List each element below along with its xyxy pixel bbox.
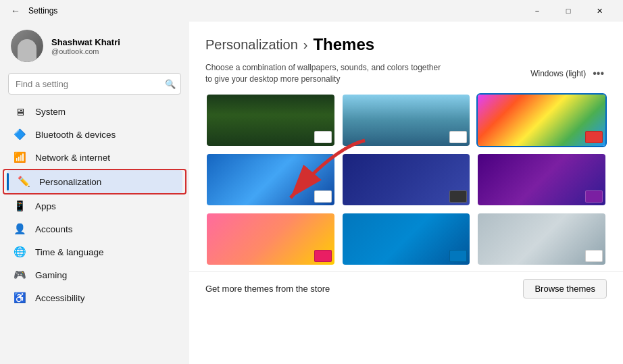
accessibility-icon: ♿ — [14, 292, 26, 304]
sidebar-item-system[interactable]: 🖥 System — [3, 100, 186, 123]
avatar-image — [11, 30, 43, 62]
theme-card-bg — [207, 213, 334, 265]
theme-card-bg — [478, 154, 605, 205]
system-icon: 🖥 — [14, 105, 26, 118]
content-area: Personalization › Themes Choose a combin… — [189, 22, 623, 364]
browse-themes-button[interactable]: Browse themes — [523, 279, 607, 298]
theme-card-win11-blue[interactable]: Windows (dark), 1 images — [205, 153, 336, 207]
app-title: Settings — [28, 6, 57, 16]
sidebar-item-label: Accessibility — [35, 293, 85, 303]
bluetooth-icon: 🔷 — [14, 128, 26, 140]
titlebar-left: ← Settings — [8, 3, 57, 19]
accounts-icon: 👤 — [14, 223, 26, 235]
sidebar-item-accessibility[interactable]: ♿ Accessibility — [3, 286, 186, 309]
time-icon: 🌐 — [14, 246, 26, 258]
sidebar-item-label: System — [35, 107, 66, 117]
sidebar-item-gaming[interactable]: 🎮 Gaming — [3, 263, 186, 286]
more-options-button[interactable]: ••• — [590, 66, 607, 81]
current-theme-area: Windows (light) ••• — [530, 66, 607, 81]
app-body: Shashwat Khatri @outlook.com 🔍 🖥 System … — [0, 22, 623, 364]
page-header: Personalization › Themes — [189, 22, 623, 59]
breadcrumb-separator: › — [303, 37, 308, 53]
theme-card-bg — [478, 95, 605, 146]
sidebar-item-accounts[interactable]: 👤 Accounts — [3, 217, 186, 240]
theme-mini-window — [314, 190, 332, 203]
theme-mini-window — [449, 131, 467, 143]
user-name: Shashwat Khatri — [51, 37, 178, 47]
search-icon: 🔍 — [165, 79, 176, 89]
sidebar-item-label: Accounts — [35, 224, 73, 234]
theme-card-glacier[interactable] — [341, 93, 472, 147]
sidebar-item-label: Network & internet — [35, 153, 110, 163]
theme-card-win11-dark[interactable] — [341, 153, 472, 207]
apps-icon: 📱 — [14, 200, 26, 212]
search-box: 🔍 — [8, 73, 181, 95]
theme-card-bg — [343, 154, 470, 205]
theme-mini-window — [314, 250, 332, 262]
theme-mini-window — [585, 190, 603, 203]
user-email: @outlook.com — [51, 47, 178, 55]
avatar — [11, 30, 43, 62]
sidebar-item-label: Personalization — [39, 177, 101, 187]
theme-card-ocean[interactable] — [341, 212, 472, 266]
sidebar-item-label: Apps — [35, 201, 56, 211]
theme-card-bg — [343, 95, 470, 146]
theme-card-bg — [343, 213, 470, 265]
store-text: Get more themes from the store — [205, 284, 330, 294]
avatar-person-shape — [18, 39, 36, 62]
sidebar: Shashwat Khatri @outlook.com 🔍 🖥 System … — [0, 22, 189, 364]
theme-mini-window — [585, 250, 603, 262]
maximize-button[interactable]: □ — [553, 0, 584, 22]
themes-grid-container: Windows (dark), 1 images — [189, 93, 623, 271]
current-theme-label: Windows (light) — [530, 69, 586, 78]
window-controls: − □ ✕ — [522, 0, 615, 22]
page-title: Themes — [313, 35, 374, 54]
sidebar-item-label: Gaming — [35, 270, 67, 280]
theme-description: Choose a combination of wallpapers, soun… — [205, 62, 449, 85]
themes-grid: Windows (dark), 1 images — [205, 93, 607, 266]
close-button[interactable]: ✕ — [584, 0, 615, 22]
sidebar-item-apps[interactable]: 📱 Apps — [3, 194, 186, 217]
theme-card-flowers[interactable] — [205, 212, 336, 266]
sidebar-item-label: Bluetooth & devices — [35, 130, 116, 140]
back-button[interactable]: ← — [8, 3, 23, 19]
breadcrumb-parent: Personalization — [205, 37, 298, 53]
user-info: Shashwat Khatri @outlook.com — [51, 37, 178, 55]
titlebar: ← Settings − □ ✕ — [0, 0, 623, 22]
theme-info-bar: Choose a combination of wallpapers, soun… — [189, 59, 623, 93]
active-nav-highlight: ✏️ Personalization — [3, 169, 186, 194]
theme-mini-window — [314, 131, 332, 143]
theme-mini-window — [585, 131, 603, 143]
theme-card-bg — [207, 154, 334, 205]
bottom-bar: Get more themes from the store Browse th… — [189, 271, 623, 305]
theme-card-purple-galaxy[interactable] — [476, 153, 607, 207]
theme-card-forest[interactable] — [205, 93, 336, 147]
user-profile[interactable]: Shashwat Khatri @outlook.com — [0, 22, 189, 70]
minimize-button[interactable]: − — [522, 0, 553, 22]
network-icon: 📶 — [14, 151, 26, 163]
search-input[interactable] — [8, 73, 181, 95]
sidebar-item-time[interactable]: 🌐 Time & language — [3, 240, 186, 263]
gaming-icon: 🎮 — [14, 269, 26, 281]
theme-card-bg — [478, 213, 605, 265]
sidebar-item-bluetooth[interactable]: 🔷 Bluetooth & devices — [3, 123, 186, 146]
theme-mini-window — [449, 190, 467, 203]
personalization-icon: ✏️ — [18, 176, 30, 188]
theme-card-colorful[interactable] — [476, 93, 607, 147]
theme-card-abstract[interactable] — [476, 212, 607, 266]
sidebar-item-network[interactable]: 📶 Network & internet — [3, 146, 186, 169]
theme-card-bg — [207, 95, 334, 146]
theme-mini-window — [449, 250, 467, 262]
sidebar-item-label: Time & language — [35, 247, 104, 257]
sidebar-item-personalization[interactable]: ✏️ Personalization — [7, 170, 182, 193]
